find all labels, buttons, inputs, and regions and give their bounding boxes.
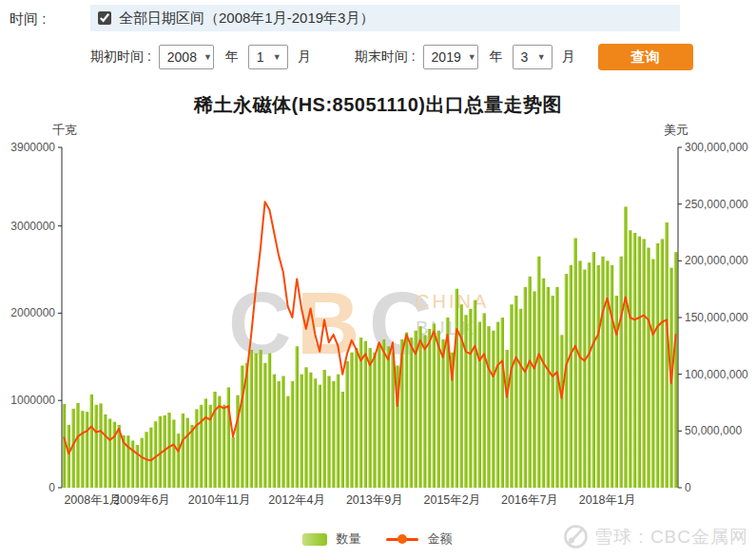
quantity-bar — [355, 348, 359, 488]
quantity-bar — [436, 331, 440, 488]
quantity-bar — [560, 335, 564, 488]
quantity-bar — [477, 322, 481, 488]
svg-text:1000000: 1000000 — [10, 394, 55, 407]
quantity-bar — [345, 361, 349, 488]
quantity-bar — [291, 381, 295, 488]
quantity-bar — [464, 315, 468, 488]
quantity-bar — [108, 418, 112, 488]
quantity-bar — [89, 395, 93, 488]
quantity-bar — [378, 344, 381, 488]
svg-text:50,000,000: 50,000,000 — [685, 424, 742, 437]
quantity-bar — [195, 409, 199, 488]
quantity-bar — [277, 381, 281, 488]
quantity-bar — [409, 337, 413, 488]
quantity-bar — [500, 318, 504, 488]
svg-text:2018年1月: 2018年1月 — [579, 493, 636, 507]
quantity-bar — [459, 304, 463, 488]
quantity-bar — [332, 381, 336, 488]
site-branding: 雪球 : CBC金属网 — [563, 524, 748, 549]
quantity-bar — [167, 413, 171, 488]
quantity-bar — [487, 326, 491, 488]
trend-chart[interactable]: CBCCHINABULK3900000300000020000001000000… — [0, 122, 756, 526]
quantity-bar — [172, 419, 176, 488]
end-month-value: 3 — [521, 49, 529, 65]
quantity-bar — [674, 252, 678, 488]
legend-amount-dot-icon — [397, 534, 407, 544]
quantity-bar — [596, 265, 600, 488]
quantity-bar — [551, 296, 554, 488]
start-year-value: 2008 — [167, 49, 197, 65]
start-year-select[interactable]: 2008 ▼ — [159, 45, 214, 69]
legend-amount-label[interactable]: 金额 — [428, 530, 453, 548]
query-button[interactable]: 查询 — [598, 44, 693, 70]
quantity-bar — [231, 437, 235, 488]
quantity-bar — [418, 326, 422, 488]
quantity-bar — [200, 405, 204, 488]
quantity-bar — [67, 425, 70, 488]
end-year-select[interactable]: 2019 ▼ — [423, 45, 478, 69]
quantity-bar — [259, 350, 262, 488]
quantity-bar — [423, 335, 427, 488]
quantity-bar — [578, 260, 582, 488]
quantity-bar — [496, 322, 500, 488]
chevron-down-icon: ▼ — [273, 52, 281, 62]
quantity-bar — [537, 257, 541, 488]
quantity-bar — [386, 346, 390, 488]
quantity-bar — [185, 418, 189, 488]
quantity-bar — [281, 376, 285, 489]
quantity-bar — [99, 403, 103, 488]
quantity-bar — [226, 387, 230, 488]
svg-text:2015年2月: 2015年2月 — [424, 493, 481, 507]
quantity-bar — [528, 277, 532, 488]
start-time-label: 期初时间 : — [90, 48, 151, 66]
start-month-select[interactable]: 1 ▼ — [248, 45, 288, 69]
time-filter-bar: 全部日期区间（2008年1月-2019年3月） — [90, 5, 680, 31]
all-range-checkbox[interactable] — [98, 11, 111, 25]
quantity-bar — [286, 396, 290, 488]
svg-text:2012年4月: 2012年4月 — [268, 493, 325, 507]
quantity-bar — [569, 265, 572, 488]
quantity-bar — [514, 296, 518, 488]
svg-text:100,000,000: 100,000,000 — [685, 368, 748, 381]
quantity-bar — [565, 274, 569, 488]
end-month-select[interactable]: 3 ▼ — [513, 45, 552, 69]
xueqiu-logo-icon — [563, 524, 589, 549]
quantity-bar — [391, 353, 395, 488]
legend-quantity-label[interactable]: 数量 — [337, 530, 361, 548]
quantity-bar — [651, 260, 655, 489]
quantity-bar — [542, 279, 546, 488]
month-unit-label: 月 — [562, 48, 575, 66]
time-label: 时间 : — [10, 10, 46, 29]
svg-text:0: 0 — [685, 481, 691, 494]
quantity-bar — [606, 260, 610, 488]
quantity-bar — [665, 222, 669, 488]
period-filter-row: 期初时间 : 2008 ▼ 年 1 ▼ 月 期末时间 : 2019 ▼ 年 3 … — [90, 43, 693, 71]
quantity-bar — [588, 262, 591, 488]
quantity-bar — [482, 313, 486, 488]
quantity-bar — [546, 287, 550, 488]
legend-amount-symbol[interactable] — [386, 538, 418, 541]
quantity-bar — [272, 375, 276, 488]
chevron-down-icon: ▼ — [468, 52, 476, 62]
quantity-bar — [104, 414, 107, 488]
quantity-bar — [363, 341, 367, 488]
quantity-bar — [350, 353, 354, 488]
end-time-label: 期末时间 : — [355, 48, 416, 66]
quantity-bar — [63, 404, 67, 488]
chevron-down-icon: ▼ — [204, 52, 212, 62]
quantity-bar — [591, 252, 595, 488]
quantity-bar — [656, 243, 660, 488]
quantity-bar — [555, 287, 559, 488]
quantity-bar — [236, 395, 240, 488]
legend-quantity-swatch[interactable] — [302, 533, 327, 546]
quantity-bar — [177, 434, 181, 488]
svg-text:250,000,000: 250,000,000 — [685, 198, 748, 211]
quantity-bar — [249, 350, 253, 488]
quantity-bar — [204, 398, 207, 488]
quantity-bar — [126, 435, 130, 488]
quantity-bar — [190, 425, 194, 488]
quantity-bar — [428, 329, 432, 488]
start-month-value: 1 — [257, 49, 264, 65]
quantity-bar — [619, 257, 623, 488]
quantity-bar — [295, 346, 299, 488]
